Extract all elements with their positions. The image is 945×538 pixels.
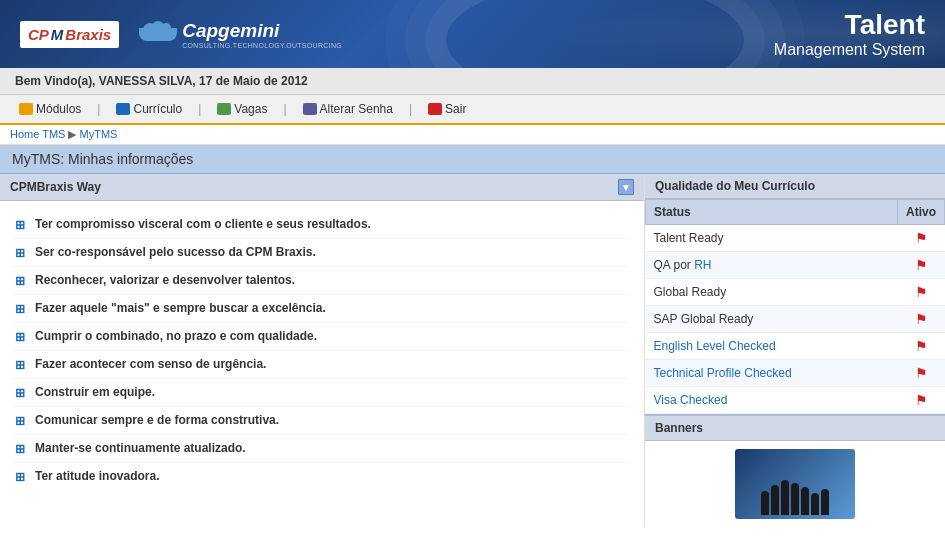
table-row: Talent Ready ⚑	[646, 225, 945, 252]
qa-rh-link[interactable]: RH	[694, 258, 711, 272]
capgemini-text: Capgemini	[182, 20, 279, 42]
list-item: ⊞ Construir em equipe.	[15, 379, 629, 407]
technical-link[interactable]: Technical Profile Checked	[654, 366, 792, 380]
welcome-bar: Bem Vindo(a), VANESSA SILVA, 17 de Maio …	[0, 68, 945, 95]
expand-icon-0[interactable]: ⊞	[15, 218, 27, 232]
visa-link[interactable]: Visa Checked	[654, 393, 728, 407]
nav-modulos[interactable]: Módulos	[10, 98, 90, 120]
table-row: QA por RH ⚑	[646, 252, 945, 279]
nav-sair[interactable]: Sair	[419, 98, 475, 120]
expand-icon-8[interactable]: ⊞	[15, 442, 27, 456]
item-text-4: Cumprir o combinado, no prazo e com qual…	[35, 329, 317, 343]
table-row: Global Ready ⚑	[646, 279, 945, 306]
status-global-ready: Global Ready	[646, 279, 898, 306]
item-text-5: Fazer acontecer com senso de urgência.	[35, 357, 266, 371]
list-item: ⊞ Fazer acontecer com senso de urgência.	[15, 351, 629, 379]
flag-icon-3: ⚑	[915, 311, 928, 327]
english-link[interactable]: English Level Checked	[654, 339, 776, 353]
item-text-7: Comunicar sempre e de forma construtiva.	[35, 413, 279, 427]
list-item: ⊞ Ter compromisso visceral com o cliente…	[15, 211, 629, 239]
flag-icon-0: ⚑	[915, 230, 928, 246]
table-row: SAP Global Ready ⚑	[646, 306, 945, 333]
list-item: ⊞ Ter atitude inovadora.	[15, 463, 629, 490]
nav-alterar-senha[interactable]: Alterar Senha	[294, 98, 402, 120]
items-list: ⊞ Ter compromisso visceral com o cliente…	[0, 201, 644, 500]
welcome-text: Bem Vindo(a), VANESSA SILVA, 17 de Maio …	[15, 74, 308, 88]
header-decoration	[445, 0, 745, 68]
list-item: ⊞ Cumprir o combinado, no prazo e com qu…	[15, 323, 629, 351]
quality-header: Qualidade do Meu Currículo	[645, 174, 945, 199]
expand-icon-7[interactable]: ⊞	[15, 414, 27, 428]
cpm-logo: CPMBraxis	[20, 21, 119, 48]
curriculo-icon	[116, 103, 130, 115]
breadcrumb-home[interactable]: Home TMS	[10, 128, 65, 140]
left-panel-header: CPMBraxis Way ▼	[0, 174, 644, 201]
active-icon-5: ⚑	[898, 360, 945, 387]
status-sap-global: SAP Global Ready	[646, 306, 898, 333]
right-panel: Qualidade do Meu Currículo Status Ativo …	[645, 174, 945, 527]
left-panel-title: CPMBraxis Way	[10, 180, 101, 194]
table-row: English Level Checked ⚑	[646, 333, 945, 360]
active-icon-6: ⚑	[898, 387, 945, 414]
status-english: English Level Checked	[646, 333, 898, 360]
quality-table: Status Ativo Talent Ready ⚑ QA por RH	[645, 199, 945, 414]
nav-bar: Módulos | Currículo | Vagas | Alterar Se…	[0, 95, 945, 125]
table-row: Technical Profile Checked ⚑	[646, 360, 945, 387]
breadcrumb: Home TMS ▶ MyTMS	[0, 125, 945, 145]
active-icon-2: ⚑	[898, 279, 945, 306]
expand-icon-4[interactable]: ⊞	[15, 330, 27, 344]
expand-icon-1[interactable]: ⊞	[15, 246, 27, 260]
nav-curriculo[interactable]: Currículo	[107, 98, 191, 120]
item-text-2: Reconhecer, valorizar e desenvolver tale…	[35, 273, 295, 287]
modulos-icon	[19, 103, 33, 115]
list-item: ⊞ Comunicar sempre e de forma construtiv…	[15, 407, 629, 435]
capgemini-logo: Capgemini CONSULTING.TECHNOLOGY.OUTSOURC…	[139, 20, 342, 49]
cap-cloud-icon	[139, 21, 177, 41]
vagas-icon	[217, 103, 231, 115]
banners-header: Banners	[645, 414, 945, 441]
item-text-1: Ser co-responsável pelo sucesso da CPM B…	[35, 245, 316, 259]
flag-icon-2: ⚑	[915, 284, 928, 300]
status-technical: Technical Profile Checked	[646, 360, 898, 387]
flag-icon-1: ⚑	[915, 257, 928, 273]
header: CPMBraxis Capgemini CONSULTING.TECHNOLOG…	[0, 0, 945, 68]
banner-silhouette	[761, 480, 829, 519]
header-title-main: Talent	[774, 9, 925, 41]
banner-area	[645, 441, 945, 527]
col-status: Status	[646, 200, 898, 225]
status-talent-ready: Talent Ready	[646, 225, 898, 252]
active-icon-4: ⚑	[898, 333, 945, 360]
flag-icon-6: ⚑	[915, 392, 928, 408]
page-header: MyTMS: Minhas informações	[0, 145, 945, 174]
status-qa: QA por RH	[646, 252, 898, 279]
header-title: Talent Management System	[774, 9, 925, 59]
list-item: ⊞ Manter-se continuamente atualizado.	[15, 435, 629, 463]
breadcrumb-current[interactable]: MyTMS	[80, 128, 118, 140]
banner-image	[735, 449, 855, 519]
expand-icon-5[interactable]: ⊞	[15, 358, 27, 372]
nav-vagas[interactable]: Vagas	[208, 98, 276, 120]
header-title-sub: Management System	[774, 41, 925, 59]
table-row: Visa Checked ⚑	[646, 387, 945, 414]
expand-icon-6[interactable]: ⊞	[15, 386, 27, 400]
page-header-title: Minhas informações	[64, 151, 193, 167]
expand-icon-3[interactable]: ⊞	[15, 302, 27, 316]
flag-icon-4: ⚑	[915, 338, 928, 354]
active-icon-0: ⚑	[898, 225, 945, 252]
expand-icon-9[interactable]: ⊞	[15, 470, 27, 484]
status-visa: Visa Checked	[646, 387, 898, 414]
item-text-6: Construir em equipe.	[35, 385, 155, 399]
list-item: ⊞ Fazer aquele "mais" e sempre buscar a …	[15, 295, 629, 323]
item-text-8: Manter-se continuamente atualizado.	[35, 441, 246, 455]
expand-icon-2[interactable]: ⊞	[15, 274, 27, 288]
list-item: ⊞ Ser co-responsável pelo sucesso da CPM…	[15, 239, 629, 267]
list-item: ⊞ Reconhecer, valorizar e desenvolver ta…	[15, 267, 629, 295]
flag-icon-5: ⚑	[915, 365, 928, 381]
collapse-button[interactable]: ▼	[618, 179, 634, 195]
item-text-9: Ter atitude inovadora.	[35, 469, 159, 483]
sair-icon	[428, 103, 442, 115]
breadcrumb-separator: ▶	[68, 128, 79, 140]
page-header-prefix: MyTMS:	[12, 151, 64, 167]
alterar-icon	[303, 103, 317, 115]
col-active: Ativo	[898, 200, 945, 225]
